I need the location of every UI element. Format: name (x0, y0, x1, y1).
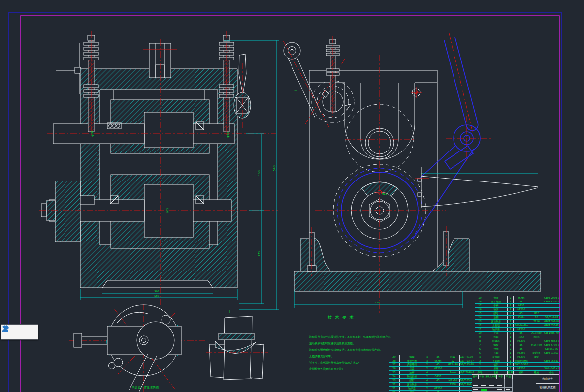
bom-cell: GB/T 11357-89 (544, 351, 559, 355)
machine-base (294, 226, 541, 291)
bom-cell (430, 371, 446, 374)
bom-cell: M8×20 (446, 379, 460, 382)
bom-cell (529, 347, 544, 351)
bom-cell: 1 (508, 304, 514, 307)
bom-cell: 5 (475, 351, 485, 355)
bom-cell (529, 363, 544, 366)
bom-cell: 3 (475, 359, 485, 362)
bom-cell: 45 (514, 343, 529, 347)
dim-bed-width: 770 (375, 301, 380, 304)
bom-cell: 压下螺丝 (485, 300, 508, 303)
bom-cell: 2 (508, 320, 514, 323)
bom-cell (529, 300, 544, 303)
bom-cell: 45 (430, 363, 446, 366)
title-block-names: 燕山大学 轧钢机装配图 (536, 375, 559, 392)
bom-cell: 29 (389, 355, 400, 359)
bom-cell: 4 (424, 371, 430, 374)
sign-grid-cell (488, 379, 496, 383)
wrench-icon[interactable] (28, 328, 36, 336)
bom-cell: HT200 (514, 355, 529, 359)
bom-row: 2机架1ZG310-570 (475, 362, 560, 366)
bom-cell (544, 308, 559, 311)
bom-cell: 7216 (529, 320, 544, 323)
bom-row: 5飞轮1HT250B型×5GB/T 11357-89 (475, 351, 560, 355)
bom-cell: HT250 (514, 351, 529, 355)
bom-cell: 螺钉 (400, 379, 424, 382)
bom-row: 17手柄1Q235 (475, 303, 560, 307)
sign-header: 标记 (472, 375, 479, 379)
sign-grid-cell (488, 383, 496, 387)
bom-cell: 7218 (446, 383, 460, 386)
bom-row: 14垫圈465Mn20GB/T 93-87 (475, 315, 560, 319)
bom-cell (529, 339, 544, 343)
bom-cell: 滚动轴承 (400, 383, 424, 386)
bom-cell: 28 (389, 359, 400, 362)
dim-upper-span: 160 (257, 170, 260, 176)
bom-cell: GB/T 83-88 (460, 363, 474, 366)
bom-row: 1底座1HT200340×345×12 (475, 366, 560, 370)
bom-cell: 60CrMnMo (514, 324, 529, 327)
bom-cell (544, 312, 559, 315)
bom-cell: 1 (508, 359, 514, 362)
bom-cell: HT200 (430, 367, 446, 370)
bom-cell: 8mm (446, 371, 460, 374)
bom-cell: 联轴器 (485, 339, 508, 343)
dim-total-height: 540 (272, 165, 276, 171)
bom-cell: GB 891-86 (544, 347, 559, 351)
bom-cell: GB/T 6170-86 (460, 355, 474, 359)
bom-cell: 45 (514, 300, 529, 303)
bom-cell: m=4 (529, 335, 544, 339)
bom-cell: 4 (508, 343, 514, 347)
bom-cell: 1 (508, 300, 514, 303)
bom-cell: 2 (475, 363, 485, 366)
bom-table-right: 19弹簧265MnGB/T 2089-9418压下螺丝145GB/T 5796-… (475, 296, 560, 374)
bom-cell: 轴端挡板 (400, 375, 424, 378)
dim-base-width: 550 (154, 294, 159, 297)
bom-cell: 15 (475, 312, 485, 315)
bom-cell (544, 335, 559, 339)
bom-cell: 1 (508, 339, 514, 343)
bom-cell (529, 296, 544, 300)
bom-cell: 备注 (544, 371, 559, 374)
bom-cell (544, 355, 559, 359)
bom-cell: 11 (475, 328, 485, 331)
bom-cell: 16 (475, 308, 485, 311)
bom-cell: B型×5 (529, 351, 544, 355)
bom-cell (544, 363, 559, 366)
bom-cell: 垫圈 (485, 316, 508, 319)
bom-cell: 65Mn (514, 316, 529, 319)
bom-cell: 轴套 (485, 308, 508, 311)
bom-row: 22滚动轴承27218GB/T 297-84 (389, 382, 475, 386)
bom-cell (430, 383, 446, 386)
sign-grid-cell (496, 379, 504, 383)
bom-row: 3下轧辊160CrMnMoGB/T 15547-95 (475, 359, 560, 362)
bom-cell: 4 (424, 379, 430, 382)
bom-cell: HT200 (514, 328, 529, 331)
roller-arm (415, 167, 538, 208)
bom-cell: A18×80 (529, 332, 544, 335)
bom-cell: 8 (475, 339, 485, 343)
bom-row: 4皮带轮1HT200B型 (475, 355, 560, 359)
bom-cell: 7 (475, 343, 485, 347)
bom-cell: 10 (475, 332, 485, 335)
bom-cell: 上轧辊 (485, 324, 508, 327)
sign-grid-cell (505, 388, 513, 391)
bom-cell: 40Cr (514, 335, 529, 339)
bom-row: 11轴承座2HT200 (475, 327, 560, 331)
bom-cell: 机架 (485, 363, 508, 366)
bom-cell: 螺栓 (485, 343, 508, 347)
bom-cell: 2 (508, 332, 514, 335)
bom-cell: B型 (529, 355, 544, 359)
bom-row: 6挡圈245GB 891-86 (475, 347, 560, 351)
sign-grid-cell (496, 388, 504, 391)
bom-cell: GB/T 2089-94 (544, 296, 559, 300)
bom-cell: JB/T 7940-95 (460, 371, 474, 374)
bom-cell: 2 (424, 363, 430, 366)
sign-header: 更改文件号 (485, 375, 497, 379)
bom-cell: 1 (508, 355, 514, 359)
detail-view-label: Ⅰ (228, 310, 231, 314)
tshirt-icon[interactable] (15, 328, 24, 336)
bom-cell: GB/T 15547-95 (544, 324, 559, 327)
title-block: 标记处数更改文件号签字日期 燕山大学 轧钢机装配图 (472, 374, 559, 392)
bom-row: 28弹簧垫圈465Mn12GB/T 93-87 (389, 359, 475, 362)
